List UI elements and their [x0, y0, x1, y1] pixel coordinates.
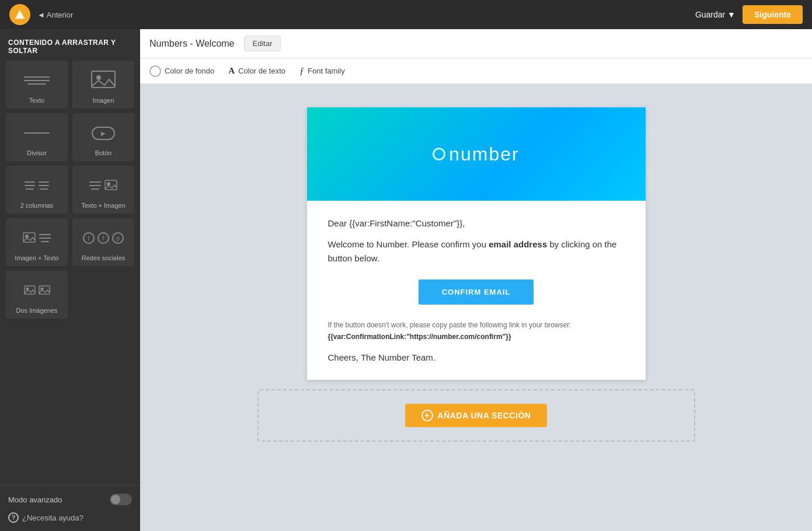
- back-button[interactable]: ◄ Anterior: [37, 11, 73, 19]
- bg-color-item[interactable]: Color de fondo: [149, 65, 214, 77]
- sidebar-item-dos-columnas-label: 2 columnas: [20, 202, 53, 209]
- navbar: ◄ Anterior Guardar ▼ Siguiente: [0, 0, 812, 29]
- dos-columnas-icon: [19, 173, 54, 198]
- save-button[interactable]: Guardar ▼: [695, 10, 736, 19]
- sidebar-item-imagen-label: Imagen: [93, 97, 114, 104]
- add-section-area: + AÑADA UNA SECCIÓN: [257, 389, 695, 442]
- confirm-email-button[interactable]: CONFIRM EMAIL: [419, 280, 534, 305]
- bg-color-circle: [149, 65, 161, 77]
- sidebar-item-texto-imagen[interactable]: Texto + Imagen: [72, 166, 134, 214]
- font-family-item[interactable]: ƒ Font family: [299, 66, 345, 76]
- font-family-label: Font family: [308, 67, 345, 75]
- add-section-button[interactable]: + AÑADA UNA SECCIÓN: [405, 404, 548, 427]
- email-fallback-link: {{var:ConfirmationLink:"https://number.c…: [328, 333, 625, 341]
- svg-rect-5: [23, 233, 35, 242]
- toolbar: Color de fondo A Color de texto ƒ Font f…: [140, 58, 812, 84]
- sidebar-item-boton[interactable]: ▶ Botón: [72, 113, 134, 161]
- imagen-texto-icon: [19, 225, 54, 251]
- sidebar-item-boton-label: Botón: [95, 149, 112, 156]
- advanced-mode-toggle[interactable]: [110, 494, 132, 505]
- email-body: Dear {{var:FirstName:"Customer"}}, Welco…: [307, 201, 646, 380]
- imagen-icon: [86, 68, 121, 93]
- svg-rect-9: [39, 286, 50, 294]
- sidebar-item-divisor-label: Divisor: [27, 149, 47, 156]
- sidebar-item-dos-imagenes-label: Dos Imágenes: [16, 307, 58, 314]
- sidebar-item-redes-sociales[interactable]: t f p Redes sociales: [72, 218, 134, 266]
- svg-rect-7: [25, 286, 35, 294]
- email-body-text: Welcome to Number. Please confirm you em…: [328, 237, 625, 266]
- navbar-right: Guardar ▼ Siguiente: [695, 5, 803, 24]
- sidebar-item-dos-imagenes[interactable]: Dos Imágenes: [6, 271, 68, 319]
- email-header: number: [307, 107, 646, 201]
- svg-rect-3: [105, 180, 117, 190]
- advanced-mode-row: Modo avanzado: [8, 494, 132, 505]
- email-preview: number Dear {{var:FirstName:"Customer"}}…: [307, 107, 646, 380]
- sidebar-item-redes-sociales-label: Redes sociales: [82, 254, 126, 261]
- texto-icon: [19, 68, 54, 93]
- sidebar-title: CONTENIDO A ARRASTRAR Y SOLTAR: [0, 29, 140, 61]
- email-body-bold: email address: [489, 239, 547, 249]
- add-section-label: AÑADA UNA SECCIÓN: [438, 411, 531, 420]
- brand-dot: [433, 148, 445, 160]
- sidebar-item-texto[interactable]: Texto: [6, 61, 68, 109]
- sidebar-item-imagen-texto[interactable]: Imagen + Texto: [6, 218, 68, 266]
- email-title: Numbers - Welcome: [149, 39, 235, 49]
- help-icon: ?: [8, 512, 19, 523]
- sidebar-item-imagen-texto-label: Imagen + Texto: [15, 254, 58, 261]
- brand-name: number: [449, 144, 520, 165]
- sidebar-item-imagen[interactable]: Imagen: [72, 61, 134, 109]
- svg-marker-0: [15, 10, 25, 19]
- next-button[interactable]: Siguiente: [743, 5, 803, 24]
- help-link[interactable]: ? ¿Necesita ayuda?: [8, 512, 132, 523]
- boton-icon: ▶: [86, 120, 121, 146]
- email-fallback-text: If the button doesn't work, please copy …: [328, 321, 625, 329]
- email-signature: Cheers, The Number Team.: [328, 352, 625, 362]
- content-area: Numbers - Welcome Editar Color de fondo …: [140, 29, 812, 531]
- sidebar-item-texto-label: Texto: [29, 97, 44, 104]
- navbar-left: ◄ Anterior: [9, 4, 73, 25]
- texto-imagen-icon: [86, 173, 121, 198]
- svg-rect-1: [92, 71, 115, 88]
- sidebar-item-texto-imagen-label: Texto + Imagen: [81, 202, 126, 209]
- confirm-btn-wrap: CONFIRM EMAIL: [328, 280, 625, 305]
- email-body-before: Welcome to Number. Please confirm you: [328, 239, 489, 249]
- font-family-icon: ƒ: [299, 66, 304, 76]
- text-color-label: Color de texto: [238, 67, 285, 75]
- dos-imagenes-icon: [19, 278, 54, 303]
- bg-color-label: Color de fondo: [165, 67, 214, 75]
- brand-logo: number: [433, 144, 520, 165]
- divisor-icon: [19, 120, 54, 146]
- text-color-icon: A: [228, 66, 235, 76]
- main-layout: CONTENIDO A ARRASTRAR Y SOLTAR Texto: [0, 29, 812, 531]
- sidebar-bottom: Modo avanzado ? ¿Necesita ayuda?: [0, 485, 140, 531]
- email-greeting: Dear {{var:FirstName:"Customer"}},: [328, 218, 625, 228]
- canvas-area: number Dear {{var:FirstName:"Customer"}}…: [140, 84, 812, 531]
- sidebar-grid: Texto Imagen Divisor: [0, 61, 140, 319]
- help-label: ¿Necesita ayuda?: [22, 513, 83, 522]
- advanced-mode-label: Modo avanzado: [8, 495, 62, 504]
- sidebar: CONTENIDO A ARRASTRAR Y SOLTAR Texto: [0, 29, 140, 531]
- plus-circle-icon: +: [421, 410, 433, 421]
- content-topbar: Numbers - Welcome Editar: [140, 29, 812, 58]
- logo: [9, 4, 30, 25]
- text-color-item[interactable]: A Color de texto: [228, 66, 285, 76]
- sidebar-item-divisor[interactable]: Divisor: [6, 113, 68, 161]
- redes-sociales-icon: t f p: [86, 225, 121, 251]
- svg-point-2: [96, 75, 101, 80]
- edit-button[interactable]: Editar: [244, 36, 281, 51]
- sidebar-item-dos-columnas[interactable]: 2 columnas: [6, 166, 68, 214]
